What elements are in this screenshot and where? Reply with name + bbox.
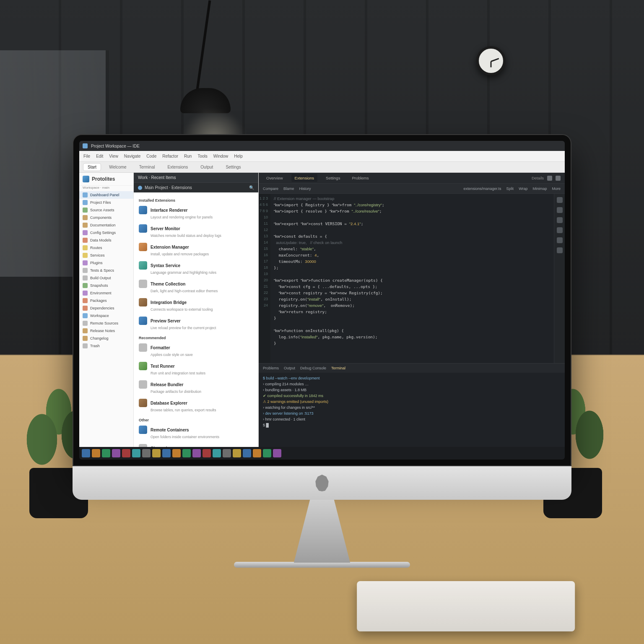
taskbar-settings-icon[interactable] [182,449,191,457]
toolbar-blame-button[interactable]: Blame [283,187,294,191]
menu-file[interactable]: File [83,154,90,158]
git-icon[interactable] [557,227,563,233]
toolbar-history-button[interactable]: History [299,187,311,191]
doc-tab-welcome[interactable]: Welcome [105,164,131,171]
list-item[interactable]: Remote ContainersOpen folders inside con… [134,423,258,441]
list-item[interactable]: Server MonitorWatches remote build statu… [134,222,258,240]
menu-help[interactable]: Help [234,154,243,158]
toolbar-compare-button[interactable]: Compare [263,187,278,191]
list-item[interactable]: Extension ManagerInstall, update and rem… [134,240,258,259]
editor-tab-settings[interactable]: Settings [322,174,343,182]
taskbar-todo-icon[interactable] [213,449,221,457]
sidebar-items[interactable]: Dashboard PanelProject FilesSource Asset… [79,191,133,447]
taskbar-store-icon[interactable] [172,449,181,457]
toolbar-wrap-button[interactable]: Wrap [519,187,527,191]
sidebar-item-services[interactable]: Services [79,252,133,259]
sidebar-item-project-files[interactable]: Project Files [79,199,133,206]
taskbar-docker-icon[interactable] [233,449,241,457]
taskbar-db-icon[interactable] [243,449,251,457]
sidebar-item-config-settings[interactable]: Config Settings [79,229,133,236]
toolbar-split-button[interactable]: Split [506,187,514,191]
terminal-tab-output[interactable]: Output [284,366,295,370]
editor-toolbar[interactable]: CompareBlameHistoryextensions/manager.ts… [259,184,565,194]
menu-edit[interactable]: Edit [96,154,103,158]
terminal-tab-debug-console[interactable]: Debug Console [300,366,326,370]
editor-side-strip[interactable] [554,194,565,363]
list-item[interactable]: Syntax ServiceLanguage grammar and highl… [134,259,258,277]
editor-tabs[interactable]: OverviewExtensionsSettingsProblems Detai… [259,173,565,184]
app-menu-bar[interactable]: FileEditViewNavigateCodeRefactorRunTools… [79,151,565,162]
terminal-output[interactable]: $ build --watch --env development› compi… [259,373,565,447]
editor-tab-extensions[interactable]: Extensions [291,174,317,182]
window-titlebar[interactable]: Project Workspace — IDE [79,141,565,151]
list-item[interactable]: Interface RendererLayout and rendering e… [134,203,258,222]
menu-window[interactable]: Window [213,154,229,158]
taskbar-calendar-icon[interactable] [162,449,171,457]
taskbar-terminal-icon[interactable] [122,449,130,457]
doc-tab-output[interactable]: Output [196,164,217,171]
sidebar-item-dashboard-panel[interactable]: Dashboard Panel [79,191,133,199]
taskbar-browser-icon[interactable] [102,449,110,457]
sidebar-item-components[interactable]: Components [79,214,133,221]
sidebar-item-changelog[interactable]: Changelog [79,335,133,342]
toolbar-more-button[interactable]: More [552,187,561,191]
sidebar-item-data-models[interactable]: Data Models [79,236,133,244]
taskbar-chat-icon[interactable] [142,449,151,457]
taskbar-mail-icon[interactable] [112,449,120,457]
doc-tab-settings[interactable]: Settings [221,164,245,171]
terminal-tabs[interactable]: ProblemsOutputDebug ConsoleTerminal [259,364,565,373]
list-item[interactable]: FormatterApplies code style on save [134,341,258,359]
terminal-tab-problems[interactable]: Problems [263,366,279,370]
doc-tab-start[interactable]: Start [83,164,101,171]
sidebar-item-environment[interactable]: Environment [79,289,133,297]
search-side-icon[interactable] [557,237,563,243]
terminal-tab-terminal[interactable]: Terminal [331,366,345,370]
sidebar-item-trash[interactable]: Trash [79,342,133,350]
search-icon[interactable]: 🔍 [249,185,254,190]
doc-tab-extensions[interactable]: Extensions [163,164,192,171]
sidebar-item-build-output[interactable]: Build Output [79,274,133,282]
code-editor-panel[interactable]: OverviewExtensionsSettingsProblems Detai… [259,173,565,447]
bookmark-icon[interactable] [557,207,563,213]
taskbar-explorer-icon[interactable] [92,449,100,457]
taskbar-figma-icon[interactable] [253,449,261,457]
list-item[interactable]: ChangelogRecent updates and release note… [134,441,258,447]
sidebar-item-release-notes[interactable]: Release Notes [79,327,133,335]
menu-run[interactable]: Run [184,154,192,158]
list-item[interactable]: Integration BridgeConnects workspace to … [134,296,258,314]
sidebar-item-remote-sources[interactable]: Remote Sources [79,319,133,327]
taskbar-editor-icon[interactable] [132,449,140,457]
doc-tab-terminal[interactable]: Terminal [135,164,159,171]
list-item[interactable]: Release BundlerPackage artifacts for dis… [134,378,258,396]
list-item[interactable]: Preview ServerLive reload preview for th… [134,314,258,332]
menu-code[interactable]: Code [146,154,156,158]
list-item[interactable]: Test RunnerRun unit and integration test… [134,359,258,378]
sidebar-item-tests-specs[interactable]: Tests & Specs [79,267,133,274]
taskbar-start-icon[interactable] [82,449,90,457]
sidebar-item-documentation[interactable]: Documentation [79,221,133,229]
taskbar-media-icon[interactable] [273,449,281,457]
explorer-sidebar[interactable]: Protolites Workspace · main Dashboard Pa… [79,173,134,447]
taskbar-notes-icon[interactable] [203,449,211,457]
bottom-terminal[interactable]: ProblemsOutputDebug ConsoleTerminal $ bu… [259,363,565,447]
editor-tab-overview[interactable]: Overview [263,174,286,182]
sidebar-item-routes[interactable]: Routes [79,244,133,252]
more-icon[interactable] [556,176,561,181]
sidebar-item-packages[interactable]: Packages [79,297,133,304]
center-list[interactable]: Installed ExtensionsInterface RendererLa… [134,192,258,447]
outline-icon[interactable] [557,197,563,203]
taskbar-vcs-icon[interactable] [223,449,231,457]
editor-tab-problems[interactable]: Problems [348,174,372,182]
sidebar-item-snapshots[interactable]: Snapshots [79,282,133,289]
sidebar-item-source-assets[interactable]: Source Assets [79,206,133,214]
sidebar-item-workspace[interactable]: Workspace [79,312,133,319]
extensions-icon[interactable] [557,247,563,253]
document-tab-strip[interactable]: StartWelcomeTerminalExtensionsOutputSett… [79,162,565,173]
menu-navigate[interactable]: Navigate [124,154,140,158]
taskbar-music-icon[interactable] [152,449,161,457]
problems-icon[interactable] [557,217,563,223]
editor-tab-actions[interactable]: Details [532,176,561,181]
center-panel[interactable]: Work · Recent Items Main Project · Exten… [134,173,259,447]
sidebar-item-dependencies[interactable]: Dependencies [79,304,133,312]
taskbar-slack-icon[interactable] [263,449,271,457]
